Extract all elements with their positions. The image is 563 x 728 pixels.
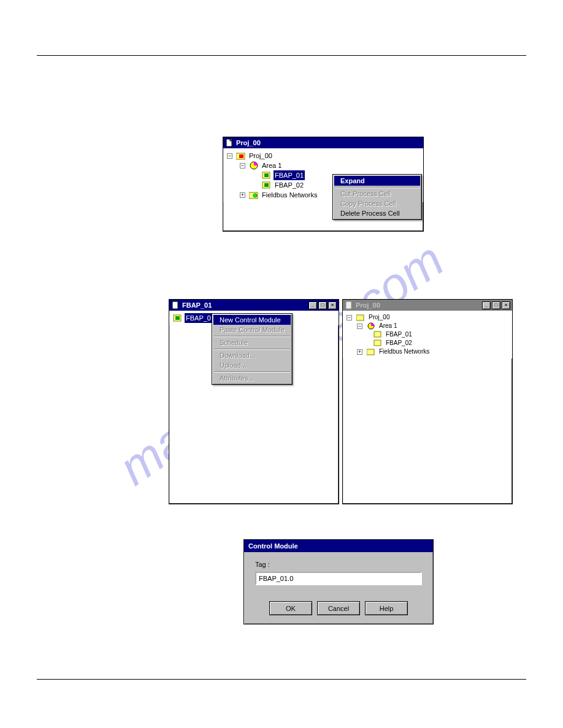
maximize-button[interactable]: □ — [492, 301, 500, 309]
network-icon — [249, 191, 259, 199]
expand-icon[interactable]: + — [357, 349, 362, 355]
tree-area[interactable]: − Area 1 — [347, 322, 508, 330]
help-button[interactable]: Help — [365, 601, 408, 615]
tree-label: Area 1 — [261, 161, 283, 170]
menu-divider — [214, 336, 290, 336]
menu-download[interactable]: Download... — [213, 351, 291, 360]
cell-icon — [373, 330, 383, 339]
maximize-button[interactable]: □ — [318, 301, 327, 309]
titlebar-inactive[interactable]: Proj_00 _ □ × — [343, 300, 512, 311]
window-fbap01: FBAP_01 _ □ × FBAP_01 New Control Module… — [169, 299, 339, 504]
menu-divider — [335, 187, 419, 188]
divider-top — [37, 55, 526, 56]
tree-root[interactable]: − Proj_00 — [347, 313, 508, 322]
tree-label: FBAP_02 — [274, 180, 305, 190]
cell-icon — [373, 339, 383, 347]
svg-rect-13 — [346, 301, 351, 309]
tree-area[interactable]: − Area 1 — [227, 161, 419, 170]
menu-paste-control-module[interactable]: Paste Control Module — [213, 325, 291, 335]
minimize-button[interactable]: _ — [308, 301, 317, 309]
menu-upload[interactable]: Upload... — [213, 360, 291, 370]
titlebar[interactable]: Control Module — [244, 540, 433, 552]
svg-rect-2 — [239, 154, 243, 158]
close-button[interactable]: × — [328, 301, 337, 309]
svg-rect-18 — [367, 349, 374, 355]
cancel-button[interactable]: Cancel — [317, 601, 360, 615]
dialog-control-module: Control Module Tag : OK Cancel Help — [243, 539, 434, 624]
svg-point-9 — [253, 194, 257, 197]
tree-label: Area 1 — [378, 322, 398, 330]
tree-label: Proj_00 — [248, 151, 274, 161]
close-button[interactable]: × — [502, 301, 510, 309]
tree-networks[interactable]: + Fieldbus Networks — [347, 347, 508, 356]
titlebar[interactable]: FBAP_01 _ □ × — [169, 300, 339, 311]
svg-rect-5 — [264, 173, 269, 177]
menu-attributes[interactable]: Attributes... — [213, 373, 291, 383]
doc-icon — [345, 301, 353, 309]
tag-input[interactable] — [255, 572, 422, 585]
window-proj00-top: Proj_00 − Proj_00 − Area 1 FBAP_01 — [223, 137, 424, 232]
tree-root[interactable]: − Proj_00 — [227, 151, 419, 161]
collapse-icon[interactable]: − — [357, 324, 362, 329]
menu-new-control-module[interactable]: New Control Module — [213, 315, 291, 325]
menu-expand[interactable]: Expand — [334, 176, 420, 186]
menu-divider — [214, 371, 290, 372]
project-icon — [356, 313, 366, 322]
divider-bottom — [37, 679, 526, 680]
tree-item-fbap02[interactable]: FBAP_02 — [347, 339, 508, 347]
collapse-icon[interactable]: − — [240, 163, 245, 169]
tree-view[interactable]: − Proj_00 − Area 1 FBAP_01 — [343, 311, 512, 358]
svg-rect-14 — [356, 315, 364, 320]
tree-label: FBAP_01 — [385, 330, 413, 339]
svg-rect-10 — [172, 301, 178, 309]
tree-label: Fieldbus Networks — [378, 347, 431, 356]
menu-delete[interactable]: Delete Process Cell — [334, 208, 420, 218]
cell-icon — [173, 314, 183, 322]
context-menu-newcm: New Control Module Paste Control Module … — [212, 313, 293, 385]
menu-divider — [214, 349, 290, 349]
svg-rect-17 — [374, 340, 381, 346]
tree-label: Fieldbus Networks — [261, 190, 318, 200]
dialog-body: Tag : — [244, 552, 433, 594]
title-text: FBAP_01 — [182, 301, 306, 309]
tree-label: Proj_00 — [367, 313, 391, 322]
context-menu-expand: Expand Cut Process Cell Copy Process Cel… — [332, 174, 422, 220]
title-text: Proj_00 — [236, 139, 421, 146]
ok-button[interactable]: OK — [269, 601, 312, 615]
doc-icon — [225, 138, 234, 147]
expand-icon[interactable]: + — [240, 192, 245, 198]
menu-cut[interactable]: Cut Process Cell — [334, 189, 420, 199]
tree-label-selected: FBAP_01 — [274, 170, 305, 180]
svg-rect-7 — [264, 183, 269, 187]
doc-icon — [171, 301, 180, 309]
collapse-icon[interactable]: − — [347, 315, 352, 320]
title-text: Proj_00 — [356, 301, 480, 309]
tag-label: Tag : — [255, 561, 422, 568]
tree-item-fbap01[interactable]: FBAP_01 — [347, 330, 508, 339]
tree-label: FBAP_02 — [385, 339, 413, 347]
cell-icon — [262, 171, 272, 180]
svg-rect-12 — [175, 316, 180, 320]
window-proj00-side: Proj_00 _ □ × − Proj_00 − Area 1 — [342, 299, 513, 504]
network-icon — [366, 347, 376, 356]
menu-schedule[interactable]: Schedule — [213, 338, 291, 347]
area-pie-icon — [366, 322, 376, 330]
cell-icon — [262, 181, 272, 189]
svg-rect-16 — [374, 332, 381, 337]
minimize-button[interactable]: _ — [482, 301, 491, 309]
area-pie-icon — [249, 161, 259, 170]
dialog-title: Control Module — [246, 542, 431, 550]
collapse-icon[interactable]: − — [227, 153, 232, 159]
project-icon — [236, 151, 246, 160]
dialog-button-row: OK Cancel Help — [244, 594, 433, 624]
menu-copy[interactable]: Copy Process Cell — [334, 199, 420, 208]
titlebar[interactable]: Proj_00 — [223, 137, 423, 148]
